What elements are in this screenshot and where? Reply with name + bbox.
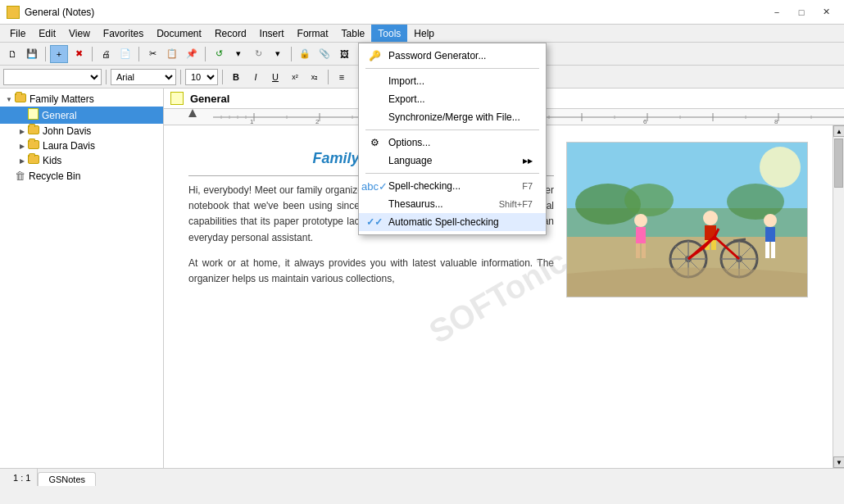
sidebar-item-family-matters[interactable]: ▼ Family Matters <box>0 92 163 107</box>
status-position: 1 : 1 <box>7 469 38 486</box>
scroll-up-arrow[interactable]: ▲ <box>833 125 844 137</box>
tb-redo-drop[interactable]: ▾ <box>269 45 287 63</box>
export-icon <box>367 92 382 107</box>
tb-print-preview[interactable]: 📄 <box>116 45 134 63</box>
label-language: Language <box>388 155 523 166</box>
tb-new[interactable]: 🗋 <box>3 45 21 63</box>
svg-line-61 <box>733 239 746 241</box>
menu-insert[interactable]: Insert <box>253 25 291 42</box>
menu-item-language[interactable]: Language ▶ <box>359 152 546 170</box>
menu-item-auto-spell[interactable]: ✓ Automatic Spell-checking <box>359 213 546 231</box>
folder-icon-family <box>15 93 26 105</box>
tb-superscript[interactable]: x² <box>286 68 304 86</box>
style-dropdown[interactable] <box>3 69 102 85</box>
tab-bar: 1 : 1 GSNotes <box>0 468 844 486</box>
scroll-down-arrow[interactable]: ▼ <box>833 456 844 468</box>
minimize-button[interactable]: − <box>765 4 788 20</box>
svg-text:2: 2 <box>315 118 320 125</box>
sidebar-item-kids[interactable]: ▶ Kids <box>0 153 163 168</box>
tb-paste[interactable]: 📌 <box>183 45 201 63</box>
sidebar-item-laura-davis[interactable]: ▶ Laura Davis <box>0 138 163 153</box>
tb-print[interactable]: 🖨 <box>97 45 115 63</box>
sidebar-item-john-davis[interactable]: ▶ John Davis <box>0 124 163 138</box>
thesaurus-icon <box>367 197 382 211</box>
expand-arrow-kids: ▶ <box>16 157 28 165</box>
tb-bold[interactable]: B <box>227 68 245 86</box>
tb-attach[interactable]: 📎 <box>315 45 334 63</box>
sidebar: ▼ Family Matters General ▶ John Davis ▶ <box>0 89 164 468</box>
menu-table[interactable]: Table <box>335 25 372 42</box>
tb-underline[interactable]: U <box>266 68 284 86</box>
menu-favorites[interactable]: Favorites <box>97 25 150 42</box>
language-icon <box>367 153 382 168</box>
tb-subscript[interactable]: x₂ <box>306 68 324 86</box>
svg-rect-38 <box>636 243 640 258</box>
label-options: Options... <box>388 137 430 148</box>
right-scrollbar[interactable]: ▲ ▼ <box>833 125 844 468</box>
menu-document[interactable]: Document <box>150 25 208 42</box>
menu-item-export[interactable]: Export... <box>359 90 546 108</box>
label-export: Export... <box>388 93 425 105</box>
options-icon: ⚙ <box>367 135 382 150</box>
svg-rect-39 <box>642 243 646 258</box>
sidebar-item-recycle-bin[interactable]: 🗑 Recycle Bin <box>0 168 163 184</box>
menu-view[interactable]: View <box>62 25 97 42</box>
svg-point-36 <box>634 214 647 227</box>
menu-item-password-generator[interactable]: 🔑 Password Generator... <box>359 47 546 65</box>
menu-tools[interactable]: Tools <box>371 25 407 42</box>
tb-redo[interactable]: ↻ <box>249 45 267 63</box>
svg-text:8: 8 <box>774 118 778 125</box>
svg-rect-43 <box>711 240 716 250</box>
tb-encrypt[interactable]: 🔒 <box>296 45 314 63</box>
tb-undo[interactable]: ↺ <box>210 45 228 63</box>
tb-undo-drop[interactable]: ▾ <box>229 45 247 63</box>
menu-item-options[interactable]: ⚙ Options... <box>359 134 546 152</box>
tb-cut[interactable]: ✂ <box>143 45 161 63</box>
recycle-icon: 🗑 <box>15 170 25 182</box>
note-icon-general <box>28 108 39 122</box>
size-dropdown[interactable]: 10 <box>185 69 218 85</box>
font-dropdown[interactable]: Arial <box>111 69 176 85</box>
menu-item-sync[interactable]: Synchronize/Merge with File... <box>359 108 546 126</box>
svg-point-40 <box>703 211 718 225</box>
tb-save[interactable]: 💾 <box>23 45 41 63</box>
tab-gsnotes[interactable]: GSNotes <box>38 472 96 486</box>
expand-arrow-john: ▶ <box>16 128 28 135</box>
menu-file[interactable]: File <box>3 25 32 42</box>
label-password-generator: Password Generator... <box>388 50 486 61</box>
maximize-button[interactable]: □ <box>790 4 813 20</box>
tb-italic[interactable]: I <box>247 68 265 86</box>
menu-item-import[interactable]: Import... <box>359 72 546 90</box>
sidebar-item-general[interactable]: General <box>0 107 163 124</box>
menu-item-spell[interactable]: abc✓ Spell-checking... F7 <box>359 177 546 195</box>
menu-record[interactable]: Record <box>208 25 253 42</box>
menu-item-thesaurus[interactable]: Thesaurus... Shift+F7 <box>359 195 546 213</box>
tb-align-left[interactable]: ≡ <box>333 68 351 86</box>
tools-dropdown-menu: 🔑 Password Generator... Import... Export… <box>358 43 547 235</box>
svg-point-34 <box>624 184 674 216</box>
svg-rect-37 <box>636 227 646 243</box>
tb-image[interactable]: 🖼 <box>335 45 353 63</box>
menu-help[interactable]: Help <box>407 25 441 42</box>
language-arrow: ▶ <box>523 157 528 165</box>
menu-edit[interactable]: Edit <box>32 25 62 42</box>
scroll-thumb[interactable] <box>834 138 843 188</box>
svg-point-62 <box>764 214 777 227</box>
svg-marker-0 <box>188 109 197 117</box>
note-header-title: General <box>190 93 229 105</box>
menu-bar: File Edit View Favorites Document Record… <box>0 25 844 43</box>
svg-text:6: 6 <box>643 118 647 125</box>
close-button[interactable]: ✕ <box>815 4 837 20</box>
title-bar: General (Notes) − □ ✕ <box>0 0 844 25</box>
folder-icon-laura <box>28 140 39 152</box>
shortcut-thesaurus: Shift+F7 <box>491 199 533 209</box>
tb-copy[interactable]: 📋 <box>163 45 181 63</box>
tb-add-note[interactable]: + <box>50 45 68 63</box>
svg-text:1: 1 <box>250 118 254 125</box>
auto-spell-check-icon: ✓ <box>367 215 382 229</box>
label-general: General <box>42 110 77 121</box>
tb-delete[interactable]: ✖ <box>70 45 88 63</box>
shortcut-spell: F7 <box>514 181 533 191</box>
menu-format[interactable]: Format <box>291 25 335 42</box>
key-icon: 🔑 <box>367 48 382 63</box>
